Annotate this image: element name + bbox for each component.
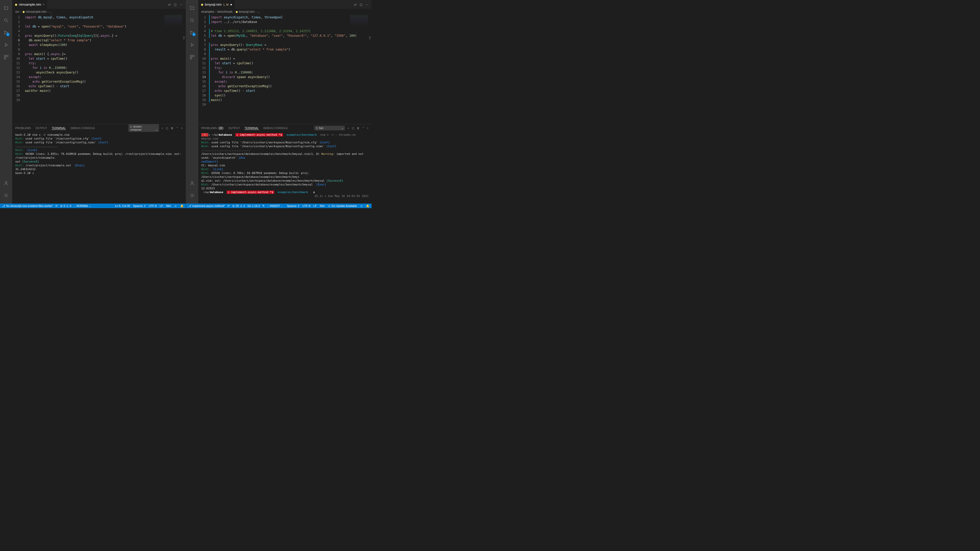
panel-tab-terminal[interactable]: TERMINAL bbox=[245, 127, 259, 130]
maximize-icon[interactable]: ⌃ bbox=[362, 127, 364, 130]
editor[interactable]: 12345678910111213141516171819 import db_… bbox=[12, 14, 186, 124]
scm-icon[interactable]: 9 bbox=[186, 27, 198, 39]
status-bar: ⎇ implement-async-method* ⟳ ⊘ 20 ⚠ 2 Go … bbox=[186, 203, 372, 208]
gear-icon[interactable] bbox=[0, 189, 12, 202]
svg-point-2 bbox=[4, 33, 5, 34]
close-icon[interactable]: × bbox=[43, 3, 45, 6]
panel-tab-debug[interactable]: DEBUG CONSOLE bbox=[70, 127, 95, 130]
sync-status[interactable]: ⟳ bbox=[56, 204, 58, 208]
maximize-icon[interactable]: ⌃ bbox=[176, 127, 178, 130]
debug-icon[interactable] bbox=[0, 39, 12, 51]
feedback-icon[interactable]: ☺ bbox=[174, 204, 177, 208]
bell-icon[interactable]: 🔔 bbox=[366, 204, 369, 208]
breadcrumb[interactable]: examples› benchmark› ◆bmysql.nim› ... bbox=[198, 9, 372, 14]
branch-status[interactable]: ⎇ fix-nimscript-non-existent-files-works… bbox=[2, 204, 53, 208]
account-icon[interactable] bbox=[186, 177, 198, 189]
terminal[interactable]: bash-5.1# nim c -r nimsample.nim Hint: u… bbox=[12, 132, 186, 208]
indent-status[interactable]: Spaces: 2 bbox=[287, 204, 299, 208]
svg-rect-14 bbox=[192, 56, 194, 57]
activity-bar: 1 bbox=[0, 0, 12, 203]
more-icon[interactable]: ⋯ bbox=[366, 3, 369, 6]
editor[interactable]: 1234567891011121314151617181920 import a… bbox=[198, 14, 372, 124]
trash-icon[interactable]: 🗑 bbox=[171, 127, 173, 130]
tabs-row: ◆ nimsample.nim × ⇄ ◫ ⋯ bbox=[12, 0, 186, 9]
vim-mode: -- NORMAL -- bbox=[74, 204, 91, 207]
panel-tab-output[interactable]: OUTPUT bbox=[228, 127, 240, 130]
split-icon[interactable]: ◫ bbox=[174, 3, 177, 6]
bottom-panel: PROBLEMS22 OUTPUT TERMINAL DEBUG CONSOLE… bbox=[198, 124, 372, 208]
status-bar: ⎇ fix-nimscript-non-existent-files-works… bbox=[0, 203, 186, 208]
debug-icon[interactable] bbox=[186, 39, 198, 51]
split-terminal-icon[interactable]: ◫ bbox=[165, 127, 168, 130]
more-icon[interactable]: ⋯ bbox=[180, 3, 183, 6]
vim-mode: -- INSERT -- bbox=[267, 204, 283, 207]
breadcrumb[interactable]: src› ◆nimsample.nim› ... bbox=[12, 9, 186, 14]
scm-icon[interactable]: 1 bbox=[0, 27, 12, 39]
close-icon[interactable]: ● bbox=[230, 3, 232, 6]
extensions-icon[interactable] bbox=[186, 51, 198, 63]
svg-point-1 bbox=[4, 31, 5, 32]
svg-point-0 bbox=[4, 19, 7, 21]
tab-bmysql[interactable]: ◆ bmysql.nim 1, M ● bbox=[198, 0, 235, 9]
panel-tab-output[interactable]: OUTPUT bbox=[35, 127, 47, 130]
explorer-icon[interactable] bbox=[186, 2, 198, 14]
lang-status[interactable]: Nim bbox=[320, 204, 325, 208]
eol-status[interactable]: LF bbox=[313, 204, 317, 208]
close-panel-icon[interactable]: × bbox=[367, 127, 369, 130]
explorer-icon[interactable] bbox=[0, 2, 12, 14]
account-icon[interactable] bbox=[0, 177, 12, 189]
branch-status[interactable]: ⎇ implement-async-method* bbox=[188, 204, 225, 208]
sync-status[interactable]: ⟳ bbox=[228, 204, 230, 208]
cursor-pos[interactable]: Ln 6, Col 35 bbox=[115, 204, 130, 208]
search-icon[interactable] bbox=[0, 14, 12, 27]
panel-tab-problems[interactable]: PROBLEMS bbox=[15, 127, 31, 130]
activity-bar: 9 bbox=[186, 0, 198, 203]
svg-rect-5 bbox=[6, 56, 8, 57]
go-status[interactable]: Go 1.16.3 bbox=[248, 204, 260, 207]
minimap[interactable] bbox=[164, 15, 182, 28]
tab-nimsample[interactable]: ◆ nimsample.nim × bbox=[12, 0, 48, 9]
tab-label: nimsample.nim bbox=[19, 3, 41, 6]
test-indicator: T bbox=[369, 36, 371, 41]
svg-point-7 bbox=[5, 181, 7, 183]
update-status[interactable]: ⚠ Go Update Available bbox=[328, 204, 357, 208]
svg-rect-4 bbox=[4, 56, 6, 57]
new-terminal-icon[interactable]: + bbox=[162, 127, 163, 130]
right-window: 9 ◆ bmysql.nim 1, M ● ⇄ ◫ ⋯ bbox=[186, 0, 372, 208]
terminal-select[interactable]: 1: fish ⌄ bbox=[314, 126, 345, 130]
go-plus[interactable]: ✎ bbox=[262, 204, 265, 208]
bell-icon[interactable]: 🔔 bbox=[180, 204, 184, 208]
svg-rect-15 bbox=[190, 58, 192, 59]
left-window: 1 ◆ nimsample.nim × ⇄ ◫ ⋯ bbox=[0, 0, 186, 208]
close-panel-icon[interactable]: × bbox=[181, 127, 183, 130]
panel-tab-terminal[interactable]: TERMINAL bbox=[52, 127, 66, 130]
eol-status[interactable]: LF bbox=[160, 204, 163, 208]
compare-icon[interactable]: ⇄ bbox=[168, 3, 171, 6]
problems-status[interactable]: ⊘ 20 ⚠ 2 bbox=[232, 204, 245, 208]
feedback-icon[interactable]: ☺ bbox=[360, 204, 363, 208]
split-terminal-icon[interactable]: ◫ bbox=[352, 127, 354, 130]
search-icon[interactable] bbox=[186, 14, 198, 27]
svg-point-11 bbox=[190, 33, 191, 34]
terminal-select[interactable]: 1: docker-compose ⌄ bbox=[128, 124, 159, 132]
encoding-status[interactable]: UTF-8 bbox=[149, 204, 157, 208]
panel-tab-problems[interactable]: PROBLEMS22 bbox=[201, 127, 224, 130]
minimap[interactable] bbox=[350, 15, 368, 28]
indent-status[interactable]: Spaces: 2 bbox=[133, 204, 146, 208]
trash-icon[interactable]: 🗑 bbox=[357, 127, 360, 130]
lang-status[interactable]: Nim bbox=[166, 204, 171, 208]
test-indicator: T bbox=[183, 36, 185, 41]
encoding-status[interactable]: UTF-8 bbox=[302, 204, 310, 208]
svg-point-10 bbox=[190, 31, 191, 32]
terminal[interactable]: ! ▯ ~/w/database ▯ implement-async-metho… bbox=[198, 132, 372, 208]
svg-rect-6 bbox=[4, 58, 6, 59]
nim-file-icon: ◆ bbox=[15, 3, 18, 6]
extensions-icon[interactable] bbox=[0, 51, 12, 63]
tab-label: bmysql.nim bbox=[205, 3, 222, 6]
compare-icon[interactable]: ⇄ bbox=[354, 3, 356, 6]
gear-icon[interactable] bbox=[186, 189, 198, 202]
new-terminal-icon[interactable]: + bbox=[347, 127, 349, 130]
panel-tab-debug[interactable]: DEBUG CONSOLE bbox=[263, 127, 288, 130]
split-icon[interactable]: ◫ bbox=[360, 3, 363, 6]
problems-status[interactable]: ⊘ 0 ⚠ 0 bbox=[60, 204, 71, 208]
